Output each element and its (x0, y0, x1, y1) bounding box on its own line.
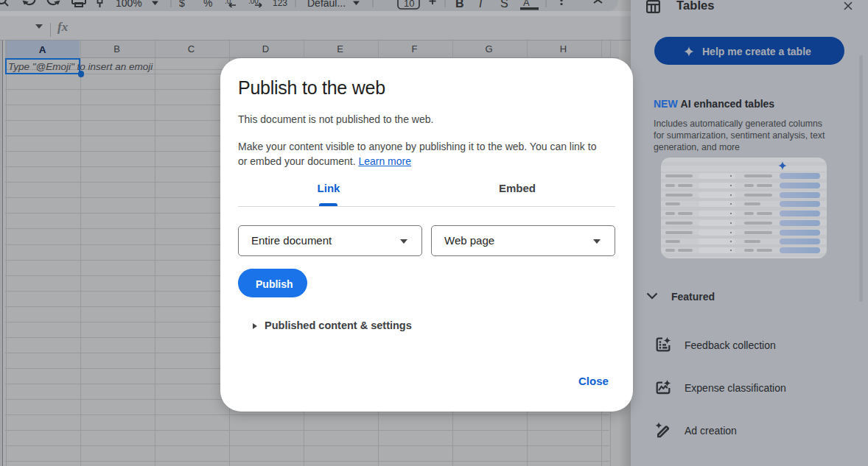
svg-text:Defaul...: Defaul... (307, 0, 346, 9)
svg-text:100%: 100% (116, 0, 142, 9)
svg-text:.00: .00 (248, 0, 259, 5)
svg-text:10: 10 (404, 0, 414, 9)
svg-text:S: S (500, 0, 508, 10)
svg-text:%: % (203, 0, 212, 9)
svg-text:I: I (479, 0, 483, 10)
svg-text:$: $ (179, 0, 185, 9)
svg-text:123: 123 (273, 0, 287, 8)
svg-text:A: A (523, 0, 530, 8)
svg-text:B: B (455, 0, 464, 10)
